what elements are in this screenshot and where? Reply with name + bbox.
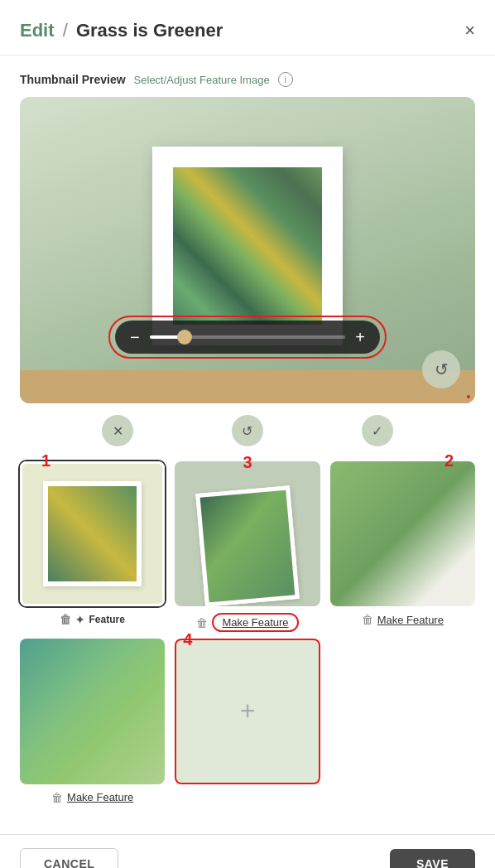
thumb-3-action-row: 🗑 Make Feature xyxy=(362,613,444,626)
thumb-2-action-row: 🗑 Make Feature xyxy=(196,613,298,632)
cancel-crop-button[interactable]: ✕ xyxy=(102,415,133,446)
make-feature-link-4[interactable]: Make Feature xyxy=(67,791,133,803)
preview-wrapper: 1 2 − xyxy=(20,97,475,811)
thumbnail-image-4[interactable] xyxy=(20,639,165,784)
trash-icon-4[interactable]: 🗑 xyxy=(51,791,63,804)
preview-image: − + ↺ xyxy=(20,97,475,403)
thumbnail-preview-label: Thumbnail Preview xyxy=(20,73,126,86)
artwork-title: Grass is Greener xyxy=(76,20,223,41)
rotate-reset-circle: ↺ xyxy=(467,395,470,398)
featured-label-1: Feature xyxy=(89,614,124,625)
cancel-button[interactable]: CANCEL xyxy=(20,848,118,868)
title-separator: / xyxy=(63,20,68,41)
add-thumbnail-button[interactable]: + xyxy=(175,639,320,784)
thumbnail-item-add[interactable]: 4 + xyxy=(175,639,320,810)
thumbnail-label-row: Thumbnail Preview Select/Adjust Feature … xyxy=(20,72,475,87)
slider-thumb[interactable] xyxy=(177,330,192,345)
slider-bar[interactable]: − + xyxy=(115,321,380,354)
add-icon: + xyxy=(240,696,256,726)
star-icon-1: ✦ xyxy=(75,614,84,626)
trash-icon-2[interactable]: 🗑 xyxy=(196,616,208,629)
thumbnail-item-1: 🗑 ✦ Feature xyxy=(20,461,165,632)
mini-paint-1 xyxy=(48,486,137,581)
thumbnail-item-3: 🗑 Make Feature xyxy=(330,461,475,632)
shelf xyxy=(20,370,475,403)
edit-link[interactable]: Edit xyxy=(20,20,55,41)
thumbnails-grid-row1: 🗑 ✦ Feature 3 🗑 Make xyxy=(20,461,475,632)
thumbnail-image-2[interactable] xyxy=(175,461,320,606)
painting-frame xyxy=(152,147,343,345)
thumb-inner-3 xyxy=(330,461,475,606)
make-feature-link-2[interactable]: Make Feature xyxy=(212,613,298,632)
thumbnail-image-3[interactable] xyxy=(330,461,475,606)
close-button[interactable]: × xyxy=(464,22,475,40)
preview-container: − + ↺ xyxy=(20,97,475,403)
trash-icon-1[interactable]: 🗑 xyxy=(60,613,71,626)
thumb-inner-4 xyxy=(20,639,165,784)
slider-plus-icon[interactable]: + xyxy=(355,329,365,345)
mini-frame-1 xyxy=(43,481,142,586)
confirm-crop-button[interactable]: ✓ xyxy=(362,415,393,446)
thumbnail-image-1[interactable] xyxy=(20,461,165,606)
rotate-reset-button[interactable]: ↺ xyxy=(422,350,460,388)
thumb-1-action-row: 🗑 ✦ Feature xyxy=(60,613,124,626)
thumbnail-empty-slot xyxy=(330,639,475,810)
thumbnail-item-4: 🗑 Make Feature xyxy=(20,639,165,810)
reset-crop-button[interactable]: ↺ xyxy=(232,415,263,446)
slider-track[interactable] xyxy=(150,335,346,339)
action-icons-row: ✕ ↺ ✓ xyxy=(20,415,475,446)
painting-inner xyxy=(173,167,322,325)
save-button[interactable]: SAVE xyxy=(390,849,475,868)
make-feature-link-3[interactable]: Make Feature xyxy=(377,614,444,626)
mini-paint-2 xyxy=(200,490,296,603)
header: Edit / Grass is Greener × xyxy=(0,0,495,55)
info-icon[interactable]: i xyxy=(278,72,293,87)
thumb-inner-1 xyxy=(22,464,162,604)
mini-frame-2 xyxy=(195,486,299,607)
feature-image-link[interactable]: Select/Adjust Feature Image xyxy=(134,74,270,86)
thumbnails-grid-row2: 🗑 Make Feature 4 + xyxy=(20,639,475,810)
bottom-bar: CANCEL SAVE xyxy=(0,834,495,868)
thumb-4-action-row: 🗑 Make Feature xyxy=(51,791,133,804)
thumbnail-item-2: 3 🗑 Make Feature xyxy=(175,461,320,632)
thumb-inner-2 xyxy=(175,461,320,606)
page-title: Edit / Grass is Greener xyxy=(20,20,223,41)
slider-bar-container[interactable]: − + xyxy=(115,321,380,354)
content-area: Thumbnail Preview Select/Adjust Feature … xyxy=(0,55,495,834)
trash-icon-3[interactable]: 🗑 xyxy=(362,613,373,626)
slider-minus-icon[interactable]: − xyxy=(130,329,140,345)
